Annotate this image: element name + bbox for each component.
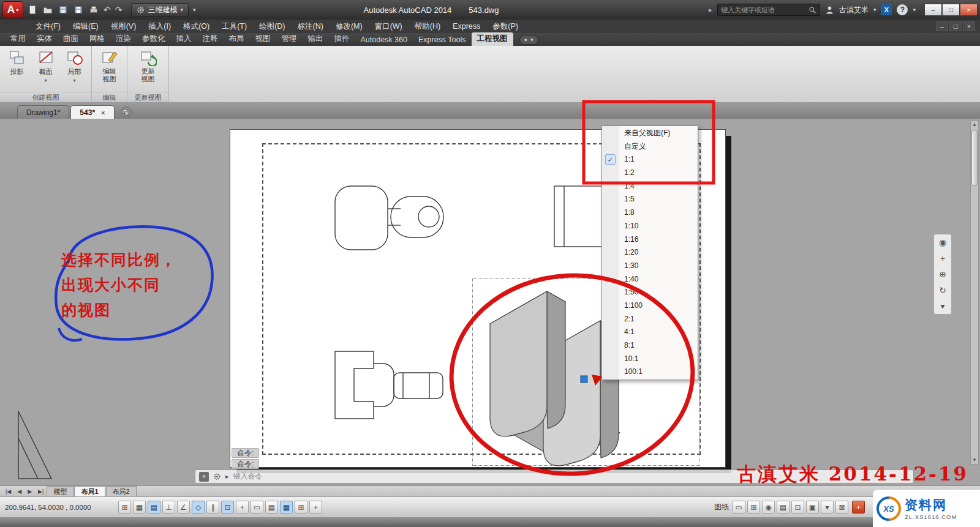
- application-menu-button[interactable]: A▾: [2, 1, 23, 18]
- status-toggle[interactable]: ⊞: [118, 501, 131, 514]
- scale-menu-item[interactable]: 1:16: [602, 233, 698, 247]
- ribbon-tab[interactable]: 工程视图: [472, 32, 513, 46]
- menu-item[interactable]: 插入(I): [142, 20, 177, 33]
- coordinates-readout[interactable]: 200.9641, 54.0030 , 0.0000: [5, 504, 118, 511]
- help-search-input[interactable]: 键入关键字或短语: [717, 4, 820, 16]
- scroll-up-icon[interactable]: ▲: [972, 121, 977, 129]
- file-tab-543[interactable]: 543* ×: [70, 105, 114, 119]
- layout-nav-arrow-icon[interactable]: |◀: [2, 488, 14, 495]
- scale-menu-item[interactable]: 1:20: [602, 246, 698, 260]
- menu-item[interactable]: 工具(T): [216, 20, 253, 33]
- paper-model-toggle[interactable]: 图纸: [714, 502, 729, 512]
- navbar-icon[interactable]: ↻: [939, 286, 946, 294]
- ribbon-tab[interactable]: 网格: [84, 32, 110, 46]
- ribbon-tab[interactable]: 参数化: [137, 32, 171, 46]
- status-toggle[interactable]: ∥: [206, 501, 219, 514]
- ribbon-tab[interactable]: 常用: [5, 32, 31, 46]
- command-customize-icon[interactable]: [213, 473, 221, 480]
- edit-view-button[interactable]: 编辑 视图: [97, 49, 122, 83]
- doc-minimize-button[interactable]: –: [936, 21, 948, 31]
- menu-item[interactable]: Express: [447, 20, 486, 33]
- scale-menu-item[interactable]: ✓ 1:1: [602, 153, 698, 166]
- ribbon-tab[interactable]: 曲面: [58, 32, 84, 46]
- menu-item[interactable]: 参数(P): [486, 20, 524, 33]
- status-icon[interactable]: ◉: [762, 501, 775, 514]
- save-icon[interactable]: [58, 4, 69, 15]
- status-toggle[interactable]: ▭: [251, 501, 263, 514]
- scale-menu-item[interactable]: 自定义: [602, 140, 698, 154]
- scale-menu-item[interactable]: 1:100: [602, 299, 698, 313]
- file-tab-close-icon[interactable]: ×: [101, 109, 105, 116]
- signin-user-name[interactable]: 古滇艾米: [839, 5, 869, 15]
- status-icon[interactable]: ▣: [806, 501, 819, 514]
- vertical-scrollbar[interactable]: ▲ ▼: [970, 121, 979, 465]
- plot-icon[interactable]: [88, 4, 99, 15]
- status-toggle[interactable]: ⊡: [221, 501, 234, 514]
- layout-nav-arrow-icon[interactable]: ▶: [24, 488, 35, 495]
- menu-item[interactable]: 格式(O): [177, 20, 216, 33]
- new-tab-button[interactable]: [121, 107, 132, 118]
- file-tab-drawing1[interactable]: Drawing1*: [17, 105, 69, 119]
- doc-close-button[interactable]: ×: [963, 21, 975, 31]
- command-input[interactable]: 键入命令: [233, 471, 263, 482]
- scale-menu-item[interactable]: 来自父视图(F): [602, 127, 698, 140]
- workspace-dropdown[interactable]: 三维建模 ▾: [131, 3, 189, 17]
- layout-nav-arrow-icon[interactable]: ◀: [14, 488, 24, 495]
- scale-menu-item[interactable]: 100:1: [602, 365, 698, 379]
- scale-menu-item[interactable]: 8:1: [602, 339, 698, 353]
- status-toggle[interactable]: ▦: [133, 501, 146, 514]
- ribbon-tab[interactable]: 渲染: [110, 32, 137, 46]
- signin-caret-icon[interactable]: ▾: [873, 7, 876, 13]
- minimize-button[interactable]: –: [924, 4, 942, 16]
- base-view-button[interactable]: 投影: [5, 49, 29, 77]
- help-icon[interactable]: ?: [897, 4, 908, 15]
- ribbon-tab[interactable]: 输出: [303, 32, 329, 46]
- search-expand-icon[interactable]: ▸: [709, 6, 712, 14]
- ribbon-tab[interactable]: 视图: [250, 32, 276, 46]
- save-as-icon[interactable]: [73, 4, 84, 15]
- ribbon-tab[interactable]: Express Tools: [413, 34, 472, 46]
- ribbon-tab[interactable]: 插件: [329, 32, 355, 46]
- layout-tab[interactable]: 布局1: [74, 486, 105, 496]
- menu-item[interactable]: 帮助(H): [409, 20, 447, 33]
- scale-menu-item[interactable]: 10:1: [602, 353, 698, 366]
- menu-item[interactable]: 窗口(W): [369, 20, 409, 33]
- layout-tab[interactable]: 布局2: [106, 486, 137, 496]
- new-file-icon[interactable]: [27, 4, 38, 15]
- ribbon-tab[interactable]: 布局: [224, 32, 250, 46]
- status-toggle[interactable]: ▦: [280, 501, 293, 514]
- open-file-icon[interactable]: [42, 4, 53, 15]
- status-icon[interactable]: ⊡: [791, 501, 804, 514]
- scale-menu-item[interactable]: 4:1: [602, 326, 698, 339]
- scale-menu-item[interactable]: 1:50: [602, 286, 698, 299]
- search-icon[interactable]: [809, 6, 816, 14]
- redo-icon[interactable]: ↷: [115, 5, 123, 15]
- doc-restore-button[interactable]: □: [949, 21, 962, 31]
- status-toggle[interactable]: +: [236, 501, 249, 514]
- menu-item[interactable]: 编辑(E): [67, 20, 105, 33]
- restore-button[interactable]: □: [942, 4, 960, 16]
- section-view-button[interactable]: 截面 ▾: [34, 49, 58, 83]
- menu-item[interactable]: 文件(F): [29, 20, 67, 33]
- menu-item[interactable]: 视图(V): [105, 20, 143, 33]
- ribbon-tab[interactable]: 注释: [197, 32, 224, 46]
- undo-icon[interactable]: ↶: [104, 5, 111, 15]
- grip-point[interactable]: [581, 376, 587, 383]
- scale-menu-item[interactable]: 1:30: [602, 260, 698, 273]
- status-toggle[interactable]: ▤: [265, 501, 278, 514]
- scale-menu-item[interactable]: 1:10: [602, 220, 698, 233]
- status-toggle[interactable]: +: [309, 501, 322, 514]
- ribbon-tab[interactable]: Autodesk 360: [355, 34, 413, 46]
- qat-customize-caret-icon[interactable]: ▾: [193, 7, 196, 13]
- panel-label-edit[interactable]: 编辑: [92, 92, 127, 102]
- layout-tab[interactable]: 模型: [47, 486, 74, 496]
- ribbon-minimize-button[interactable]: ● ▾: [519, 35, 538, 45]
- panel-label-update-view[interactable]: 更新视图: [127, 92, 168, 102]
- scale-menu-item[interactable]: 1:2: [602, 166, 698, 180]
- scale-menu-item[interactable]: 1:8: [602, 206, 698, 220]
- scroll-down-icon[interactable]: ▼: [972, 457, 977, 464]
- command-close-icon[interactable]: ×: [199, 472, 209, 482]
- close-button[interactable]: ×: [960, 4, 978, 16]
- scale-menu-item[interactable]: 1:4: [602, 180, 698, 193]
- navbar-icon[interactable]: +: [940, 254, 945, 263]
